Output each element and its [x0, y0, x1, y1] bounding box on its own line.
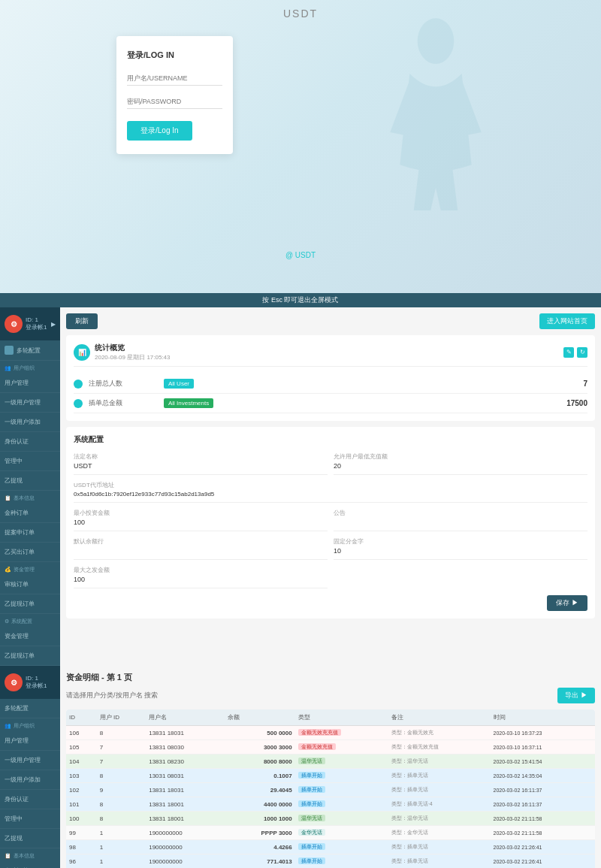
- cell-type: 插单开始: [295, 769, 388, 783]
- user-info-bottom: ID: 1 登录帐1: [26, 675, 47, 690]
- stats-title: 统计概览: [95, 343, 171, 353]
- cell-userid: 1: [97, 840, 146, 854]
- sidebar-item-sell[interactable]: 乙买出订单: [0, 543, 60, 562]
- stat-label-investment: 插单总金额: [89, 398, 164, 408]
- sidebar-item-auth[interactable]: 身份认证: [0, 432, 60, 452]
- cell-id: 106: [66, 726, 97, 740]
- cell-amount: 4400 0000: [225, 797, 295, 812]
- sidebar-bottom-item6[interactable]: 管理中: [0, 809, 60, 829]
- config-split-value: 10: [334, 547, 587, 555]
- user-id: ID: 1: [26, 316, 47, 323]
- top-title: USDT: [0, 0, 601, 20]
- sidebar-item-level1[interactable]: 一级用户管理: [0, 393, 60, 413]
- table-row: 96 1 1900000000 771.4013 插单开始 类型：插单无话 20…: [66, 854, 595, 869]
- config-max-issue-value: 100: [74, 576, 328, 583]
- figure-silhouette: [361, 15, 511, 210]
- sidebar-item-proposal[interactable]: 提案申订单: [0, 523, 60, 543]
- cell-userid: 8: [97, 812, 146, 826]
- stat-badge-investment: All Investments: [164, 398, 213, 408]
- cell-type: 温华无话: [295, 812, 388, 826]
- sidebar-item-fund2[interactable]: 资金管理: [0, 627, 60, 646]
- cell-time: 2020-03-02 21:11:58: [491, 812, 596, 826]
- refresh-button[interactable]: 刷新: [66, 313, 98, 329]
- sidebar-item-review[interactable]: 审核订单: [0, 575, 60, 594]
- sidebar-bottom-item2[interactable]: 用户管理: [0, 731, 60, 751]
- config-split-label: 固定分金字: [334, 537, 587, 546]
- sidebar-item-gold-order[interactable]: 金种订单: [0, 504, 60, 523]
- stat-value-users: 7: [583, 380, 587, 388]
- cell-amount: PPPP 3000: [225, 826, 295, 840]
- cell-username: 1900000000: [146, 840, 225, 854]
- cell-username: 1900000000: [146, 854, 225, 869]
- filter-row: 请选择用户分类/按用户名 搜索 导出 ▶: [66, 688, 595, 703]
- avatar: ⚙: [5, 315, 23, 333]
- fullscreen-label: 按 Esc 即可退出全屏模式: [262, 296, 338, 304]
- order-icon: 📋: [5, 495, 11, 501]
- enter-site-button[interactable]: 进入网站首页: [539, 313, 595, 329]
- cell-id: 101: [66, 797, 97, 812]
- sidebar-item-user-mgmt[interactable]: 用户管理: [0, 374, 60, 393]
- sidebar-bottom-item1[interactable]: 多轮配置: [0, 699, 60, 718]
- sidebar-bottom-item8[interactable]: 金种订单: [0, 861, 60, 868]
- card-actions: ✎ ↻: [563, 347, 587, 358]
- cell-amount: 771.4013: [225, 854, 295, 869]
- label: 管理中: [5, 457, 23, 465]
- label: 金种订单: [5, 509, 29, 517]
- refresh-icon[interactable]: ↻: [577, 347, 587, 358]
- config-name-label: 法定名称: [74, 452, 328, 461]
- sidebar-bottom-item4[interactable]: 一级用户添加: [0, 770, 60, 790]
- config-default-balance-label: 默认余额行: [74, 537, 328, 546]
- cell-time: 2020-03-02 15:41:54: [491, 755, 596, 769]
- cell-id: 105: [66, 740, 97, 755]
- cell-id: 102: [66, 783, 97, 797]
- fund-table: ID 用户 ID 用户名 余额 类型 备注 时间 106 8 13831 180…: [66, 709, 595, 868]
- sidebar-item-adduser[interactable]: 一级用户添加: [0, 413, 60, 432]
- config-name-value: USDT: [74, 462, 328, 470]
- password-input[interactable]: [127, 95, 222, 109]
- cell-note: 类型：插单无话: [388, 840, 491, 854]
- config-max-issue-label: 最大之发金额: [74, 566, 328, 574]
- cell-note: 类型：金华无话: [388, 826, 491, 840]
- save-button[interactable]: 保存 ▶: [547, 595, 587, 611]
- usdt-badge[interactable]: @ USDT: [285, 251, 316, 259]
- system-config-title: 系统配置: [74, 434, 587, 445]
- sidebar-item-duolun[interactable]: 多轮配置: [0, 340, 60, 361]
- cell-amount: 8000 8000: [225, 755, 295, 769]
- cell-note: 类型：金额无效充: [388, 726, 491, 740]
- sidebar-item-withdraw2[interactable]: 乙提现订单: [0, 594, 60, 614]
- sidebar-item-manage[interactable]: 管理中: [0, 452, 60, 471]
- stat-value-investment: 17500: [566, 399, 587, 407]
- cell-time: 2020-03-02 21:26:41: [491, 840, 596, 854]
- cell-type: 插单开始: [295, 840, 388, 854]
- login-button[interactable]: 登录/Log In: [127, 121, 192, 141]
- username-input[interactable]: [127, 71, 222, 86]
- table-row: 100 8 13831 18001 1000 1000 温华无话 类型：温华无话…: [66, 812, 595, 826]
- filter-label: 请选择用户分类/按用户名 搜索: [66, 691, 158, 700]
- sidebar: ⚙ ID: 1 登录帐1 ▶ 多轮配置 👥 用户组织 用户管理 一级用户管理 一…: [0, 307, 60, 666]
- label: 乙提现订单: [5, 600, 35, 608]
- label: 乙买出订单: [5, 548, 35, 556]
- sidebar-bottom-item3[interactable]: 一级用户管理: [0, 751, 60, 770]
- stat-badge-users: All User: [164, 379, 194, 389]
- sidebar-bottom-group1: 👥用户组织: [0, 718, 60, 731]
- config-min-invest-label: 最小投资金额: [74, 509, 328, 517]
- sidebar-group-order: 📋 基本信息: [0, 491, 60, 504]
- edit-icon[interactable]: ✎: [563, 347, 574, 358]
- config-min-recharge: 允许用户最低充值额 20: [334, 452, 587, 475]
- config-notice: 公告: [334, 509, 587, 531]
- cell-amount: 29.4045: [225, 783, 295, 797]
- sidebar-expand-icon[interactable]: ▶: [51, 321, 56, 328]
- table-row: 99 1 1900000000 PPPP 3000 金华无话 类型：金华无话 2…: [66, 826, 595, 840]
- cell-note: 类型：插单无话: [388, 854, 491, 869]
- sidebar-bottom-item5[interactable]: 身份认证: [0, 790, 60, 809]
- sidebar-bottom-item7[interactable]: 乙提现: [0, 829, 60, 848]
- config-name: 法定名称 USDT: [74, 452, 328, 475]
- sidebar-item-withdraw3[interactable]: 乙提现订单: [0, 646, 60, 666]
- cell-amount: 4.4266: [225, 840, 295, 854]
- cell-username: 13831 18001: [146, 812, 225, 826]
- cell-userid: 1: [97, 826, 146, 840]
- label: 提案申订单: [5, 528, 35, 537]
- cell-id: 103: [66, 769, 97, 783]
- sidebar-item-withdraw[interactable]: 乙提现: [0, 471, 60, 491]
- export-button[interactable]: 导出 ▶: [557, 688, 595, 703]
